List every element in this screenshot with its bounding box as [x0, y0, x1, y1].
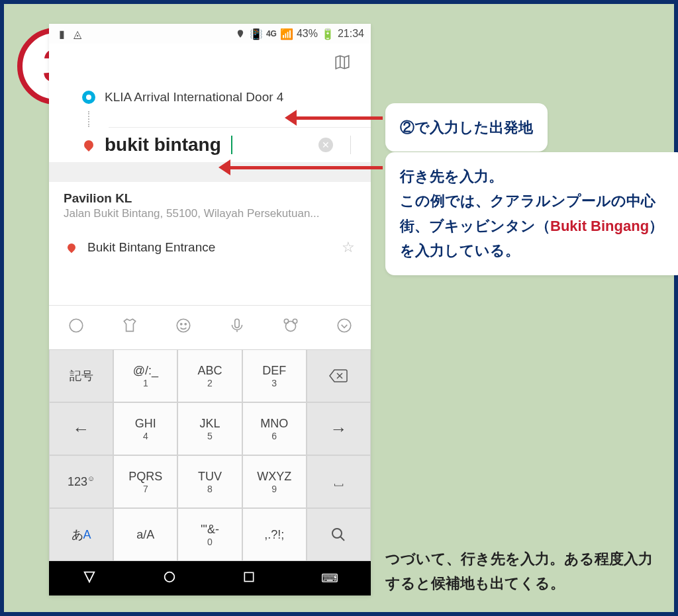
key-left[interactable]: ←: [49, 402, 113, 455]
signal-icon: 📶: [281, 28, 293, 40]
destination-row[interactable]: bukit bintang ✕: [49, 128, 371, 162]
annotation-box-1: ②で入力した出発地: [385, 103, 548, 152]
key-6[interactable]: MNO6: [242, 402, 307, 455]
svg-rect-11: [244, 572, 253, 581]
annotation-box-2: 行き先を入力。 この例では、クアラルンプールの中心街、ブキッビンタン（Bukit…: [385, 152, 678, 275]
key-1[interactable]: @/:_1: [113, 349, 177, 402]
svg-point-2: [180, 323, 181, 324]
key-2[interactable]: ABC2: [177, 349, 242, 402]
section-divider: [49, 162, 371, 182]
map-icon[interactable]: [334, 54, 351, 73]
android-navbar: ⌨: [49, 561, 371, 595]
origin-row[interactable]: KLIA Arrival International Door 4: [49, 83, 371, 111]
key-8[interactable]: TUV8: [177, 455, 242, 508]
key-123[interactable]: 123☺: [49, 455, 113, 508]
key-4[interactable]: GHI4: [113, 402, 177, 455]
app-toolbar: [49, 44, 371, 83]
key-right[interactable]: →: [307, 402, 371, 455]
keyboard-toolbar: [49, 305, 371, 349]
keyboard: 記号 @/:_1 ABC2 DEF3 ← GHI4 JKL5 MNO6 → 12…: [49, 349, 371, 561]
annotation-arrow-1: [289, 116, 383, 120]
nav-keyboard-icon[interactable]: ⌨: [321, 571, 338, 586]
tb-shirt-icon[interactable]: [121, 317, 138, 339]
suggestion-pin-icon: [65, 241, 78, 254]
tb-mic-icon[interactable]: [228, 317, 246, 339]
svg-point-9: [332, 529, 342, 538]
tb-chat-icon[interactable]: [68, 317, 85, 339]
vibrate-icon: 📳: [250, 28, 262, 40]
key-lang[interactable]: あA: [49, 508, 113, 561]
key-punct[interactable]: ,.?!;: [242, 508, 307, 561]
key-space[interactable]: ⎵: [307, 455, 371, 508]
nav-recent-icon[interactable]: [242, 570, 256, 586]
key-7[interactable]: PQRS7: [113, 455, 177, 508]
network-label: 4G: [266, 29, 277, 38]
svg-point-3: [185, 323, 186, 324]
text-cursor: [231, 136, 232, 154]
suggestion-item[interactable]: Bukit Bintang Entrance ☆: [49, 230, 371, 265]
location-icon: [234, 28, 246, 40]
key-search[interactable]: [307, 508, 371, 561]
key-5[interactable]: JKL5: [177, 402, 242, 455]
nav-home-icon[interactable]: [162, 570, 177, 587]
svg-point-8: [338, 319, 351, 332]
destination-pin-icon: [82, 138, 95, 152]
svg-point-1: [177, 319, 190, 332]
origin-text: KLIA Arrival International Door 4: [105, 90, 283, 105]
separator: [350, 136, 351, 154]
svg-point-0: [70, 319, 83, 332]
caption-text: つづいて、行き先を入力。ある程度入力すると候補地も出てくる。: [385, 547, 657, 596]
battery-percent: 43%: [297, 28, 318, 40]
suggestion-item-label: Bukit Bintang Entrance: [87, 240, 215, 255]
destination-input[interactable]: bukit bintang: [105, 134, 221, 155]
clear-icon[interactable]: ✕: [318, 138, 333, 152]
tb-emoji-icon[interactable]: [175, 317, 192, 339]
route-dots: [88, 111, 91, 127]
tb-bear-icon[interactable]: [282, 317, 299, 339]
origin-dot-icon: [82, 91, 95, 104]
key-backspace[interactable]: [307, 349, 371, 402]
key-0[interactable]: '"&-0: [177, 508, 242, 561]
sim-icon: ▮: [56, 28, 68, 40]
tb-collapse-icon[interactable]: [336, 317, 353, 339]
key-9[interactable]: WXYZ9: [242, 455, 307, 508]
phone-screenshot: ▮ ◬ 📳 4G 📶 43% 🔋 21:34 KLIA Arrival Inte…: [49, 24, 371, 595]
suggestion-subtitle: Jalan Bukit Bintang, 55100, Wilayah Pers…: [64, 207, 356, 220]
favorite-star-icon[interactable]: ☆: [342, 239, 355, 256]
wifi-off-icon: ◬: [72, 28, 83, 40]
key-symbol[interactable]: 記号: [49, 349, 113, 402]
svg-rect-4: [234, 319, 239, 328]
suggestion-header[interactable]: Pavilion KL Jalan Bukit Bintang, 55100, …: [49, 182, 371, 230]
status-bar: ▮ ◬ 📳 4G 📶 43% 🔋 21:34: [49, 24, 371, 44]
nav-back-icon[interactable]: [82, 570, 97, 587]
svg-point-10: [164, 572, 174, 582]
clock: 21:34: [338, 28, 364, 40]
key-case[interactable]: a/A: [113, 508, 177, 561]
annotation-arrow-2: [222, 166, 383, 169]
key-3[interactable]: DEF3: [242, 349, 307, 402]
battery-icon: 🔋: [322, 28, 334, 40]
suggestion-title: Pavilion KL: [64, 191, 356, 206]
